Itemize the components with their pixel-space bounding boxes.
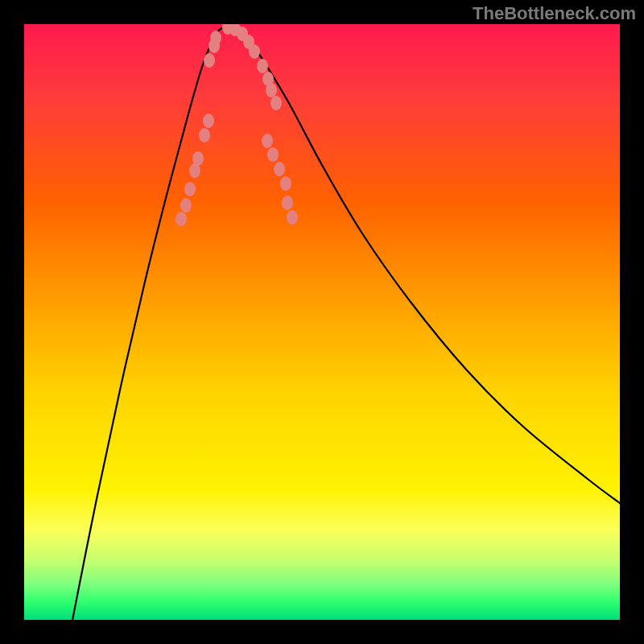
highlight-dot [199, 128, 210, 142]
highlight-dot [267, 147, 279, 162]
highlight-dot [282, 196, 293, 210]
bottleneck-curve [24, 24, 620, 620]
highlight-dot [262, 134, 273, 148]
highlight-dot [274, 162, 285, 176]
highlight-dot [287, 210, 298, 225]
highlight-dot [280, 176, 291, 191]
chart-frame: TheBottleneck.com [0, 0, 644, 644]
highlight-dot [180, 198, 192, 213]
highlight-dot [210, 31, 221, 45]
highlight-dot [184, 182, 196, 196]
highlight-dot [266, 83, 277, 97]
highlight-dot [257, 59, 268, 73]
watermark-text: TheBottleneck.com [473, 3, 636, 24]
plot-area [24, 24, 620, 620]
highlight-dot [270, 96, 282, 110]
highlight-dot [249, 44, 260, 59]
highlight-dot [192, 151, 204, 166]
highlight-dot [175, 212, 187, 226]
highlight-dot [204, 53, 215, 68]
highlight-dot [203, 114, 214, 128]
